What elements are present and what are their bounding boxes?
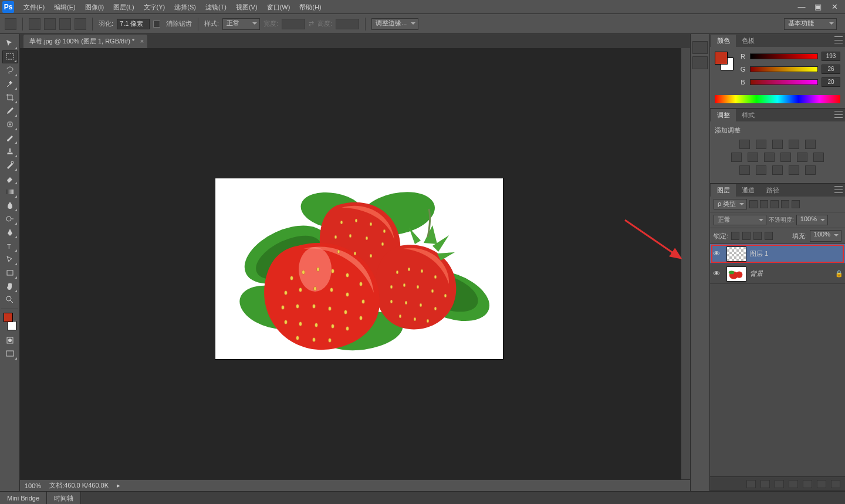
refine-edge-button[interactable]: 调整边缘... xyxy=(371,18,418,30)
canvas-viewport[interactable] xyxy=(20,48,690,491)
zoom-level[interactable]: 100% xyxy=(25,482,41,489)
selection-add-icon[interactable] xyxy=(44,18,56,30)
tab-layers[interactable]: 图层 xyxy=(711,184,736,197)
blur-tool[interactable] xyxy=(2,199,18,212)
lasso-tool[interactable] xyxy=(2,64,18,77)
adj-gradientmap-icon[interactable] xyxy=(789,165,799,175)
panel-menu-icon[interactable] xyxy=(834,36,843,43)
tab-timeline[interactable]: 时间轴 xyxy=(47,492,81,505)
b-value[interactable]: 20 xyxy=(822,77,840,87)
adj-selectivecolor-icon[interactable] xyxy=(805,165,816,175)
adj-vibrance-icon[interactable] xyxy=(805,140,816,149)
selection-subtract-icon[interactable] xyxy=(59,18,71,30)
new-layer-icon[interactable] xyxy=(817,480,826,488)
vertical-scrollbar[interactable] xyxy=(681,48,690,491)
tab-minibridge[interactable]: Mini Bridge xyxy=(0,492,47,505)
selection-new-icon[interactable] xyxy=(29,18,40,30)
g-slider[interactable] xyxy=(750,66,818,72)
properties-panel-icon[interactable] xyxy=(692,56,708,69)
doc-info[interactable]: 文档:460.0 K/460.0K xyxy=(49,481,109,490)
color-spectrum[interactable] xyxy=(715,95,840,103)
history-panel-icon[interactable] xyxy=(692,41,708,54)
doc-info-arrow-icon[interactable]: ▸ xyxy=(117,482,120,489)
marquee-tool[interactable] xyxy=(2,50,18,63)
move-tool[interactable] xyxy=(2,37,18,50)
filter-type-icon[interactable] xyxy=(770,200,779,208)
hand-tool[interactable] xyxy=(2,280,18,293)
layer-fx-icon[interactable] xyxy=(760,480,770,488)
color-swatch[interactable] xyxy=(715,52,734,70)
layer-mask-icon[interactable] xyxy=(775,480,784,488)
screenmode-tool[interactable] xyxy=(2,347,18,360)
layer-row[interactable]: 👁 背景 🔒 xyxy=(710,264,845,284)
tab-paths[interactable]: 路径 xyxy=(760,184,785,197)
history-brush-tool[interactable] xyxy=(2,158,18,171)
close-button[interactable]: ✕ xyxy=(826,1,843,13)
adj-levels-icon[interactable] xyxy=(756,140,766,149)
layer-thumbnail[interactable] xyxy=(726,246,746,262)
filter-pixel-icon[interactable] xyxy=(749,200,758,208)
shape-tool[interactable] xyxy=(2,266,18,279)
menu-image[interactable]: 图像(I) xyxy=(80,0,109,14)
adj-exposure-icon[interactable] xyxy=(789,140,799,149)
filter-adjust-icon[interactable] xyxy=(760,200,768,208)
lock-all-icon[interactable] xyxy=(765,232,773,240)
gradient-tool[interactable] xyxy=(2,185,18,198)
menu-type[interactable]: 文字(Y) xyxy=(139,0,170,14)
adj-invert-icon[interactable] xyxy=(739,165,750,175)
adj-brightness-icon[interactable] xyxy=(739,140,750,149)
tab-swatches[interactable]: 色板 xyxy=(736,35,760,47)
layer-row[interactable]: 👁 图层 1 xyxy=(710,244,845,264)
workspace-dropdown[interactable]: 基本功能 xyxy=(784,18,837,30)
menu-edit[interactable]: 编辑(E) xyxy=(49,0,80,14)
menu-window[interactable]: 窗口(W) xyxy=(262,0,295,14)
layer-name[interactable]: 背景 xyxy=(750,269,833,278)
adj-colorbalance-icon[interactable] xyxy=(748,153,758,162)
eyedropper-tool[interactable] xyxy=(2,104,18,117)
antialias-checkbox[interactable] xyxy=(153,21,160,28)
tool-preset-icon[interactable] xyxy=(5,18,16,30)
close-tab-icon[interactable]: × xyxy=(140,38,144,45)
tab-styles[interactable]: 样式 xyxy=(736,109,760,121)
g-value[interactable]: 26 xyxy=(822,65,840,74)
visibility-icon[interactable]: 👁 xyxy=(710,249,723,258)
visibility-icon[interactable]: 👁 xyxy=(710,269,723,278)
healing-brush-tool[interactable] xyxy=(2,118,18,131)
adj-hue-icon[interactable] xyxy=(731,153,742,162)
selection-intersect-icon[interactable] xyxy=(75,18,86,30)
new-fill-icon[interactable] xyxy=(789,480,798,488)
layer-name[interactable]: 图层 1 xyxy=(750,249,845,258)
delete-layer-icon[interactable] xyxy=(831,480,840,488)
blend-mode-dropdown[interactable]: 正常 xyxy=(714,215,766,225)
tab-adjustments[interactable]: 调整 xyxy=(711,109,736,121)
menu-layer[interactable]: 图层(L) xyxy=(109,0,138,14)
filter-smart-icon[interactable] xyxy=(792,200,800,208)
feather-input[interactable]: 7.1 像素 xyxy=(117,19,150,29)
adj-channelmixer-icon[interactable] xyxy=(797,153,807,162)
opacity-input[interactable]: 100% xyxy=(796,215,828,225)
maximize-button[interactable]: ▣ xyxy=(810,1,826,13)
b-slider[interactable] xyxy=(750,79,818,85)
document-tab[interactable]: 草莓.jpg @ 100% (图层 1, RGB/8#) * × xyxy=(23,35,147,48)
tab-channels[interactable]: 通道 xyxy=(736,184,760,197)
magic-wand-tool[interactable] xyxy=(2,77,18,90)
menu-help[interactable]: 帮助(H) xyxy=(295,0,326,14)
menu-view[interactable]: 视图(V) xyxy=(231,0,262,14)
menu-filter[interactable]: 滤镜(T) xyxy=(201,0,231,14)
pen-tool[interactable] xyxy=(2,226,18,239)
panel-menu-icon[interactable] xyxy=(834,186,843,193)
adj-threshold-icon[interactable] xyxy=(772,165,783,175)
clone-stamp-tool[interactable] xyxy=(2,145,18,158)
path-selection-tool[interactable] xyxy=(2,253,18,266)
quickmask-tool[interactable] xyxy=(2,334,18,347)
new-group-icon[interactable] xyxy=(803,480,812,488)
zoom-tool[interactable] xyxy=(2,293,18,306)
tab-color[interactable]: 颜色 xyxy=(711,35,736,47)
layer-kind-dropdown[interactable]: ρ 类型 xyxy=(714,199,747,209)
lock-image-icon[interactable] xyxy=(742,232,751,240)
adj-posterize-icon[interactable] xyxy=(756,165,766,175)
adj-colorlookup-icon[interactable] xyxy=(813,153,824,162)
panel-menu-icon[interactable] xyxy=(834,111,843,118)
eraser-tool[interactable] xyxy=(2,172,18,185)
adj-photofilter-icon[interactable] xyxy=(780,153,791,162)
